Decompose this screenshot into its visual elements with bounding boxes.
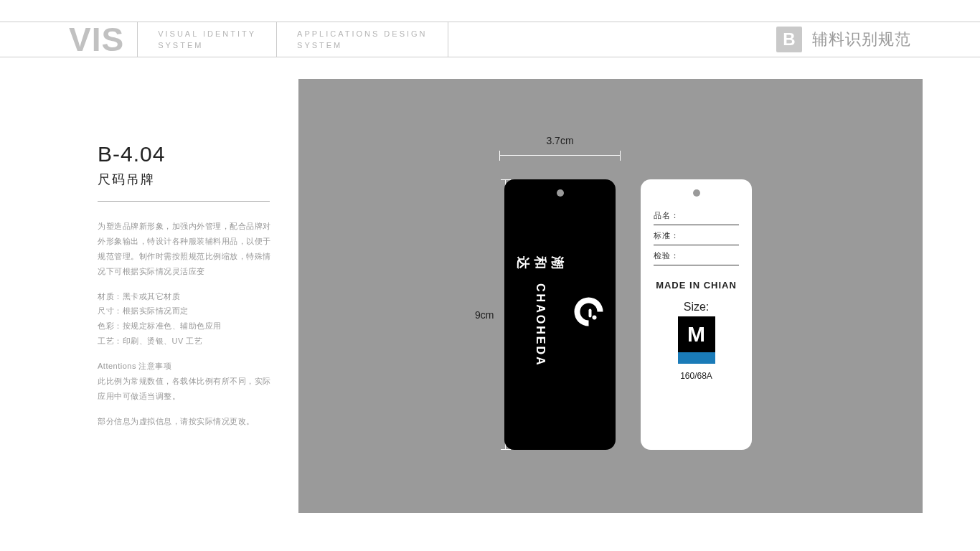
brand-logo-group: 潮和达 CHAOHEDA [514, 256, 606, 367]
size-box: M [678, 316, 715, 364]
dimension-width: 3.7cm [499, 135, 621, 161]
brand-name-en: CHAOHEDA [534, 283, 547, 367]
page-code: B-4.04 [98, 142, 277, 166]
brand-logo-icon [572, 294, 606, 329]
dimension-line [499, 151, 621, 161]
divider [98, 201, 270, 202]
tag-fields: 品名： 标准： 检验： [641, 197, 752, 265]
tag-hole [693, 189, 700, 197]
header-col-identity: VISUAL IDENTITY SYSTEM [138, 22, 277, 57]
size-spec: 160/68A [680, 371, 712, 381]
header-text: SYSTEM [297, 39, 428, 52]
field-standard: 标准： [654, 225, 739, 245]
header-col-applications: APPLICATIONS DESIGN SYSTEM [277, 22, 448, 57]
attention-body: 此比例为常规数值，各载体比例有所不同，实际应用中可做适当调整。 [98, 377, 271, 400]
vis-logo: VIS [0, 22, 138, 57]
header-right: B 辅料识别规范 [776, 22, 980, 57]
svg-point-0 [593, 315, 597, 319]
field-name: 品名： [654, 205, 739, 225]
spec-line: 尺寸：根据实际情况而定 [98, 306, 189, 315]
page-header: VIS VISUAL IDENTITY SYSTEM APPLICATIONS … [0, 22, 980, 57]
hangtag-back: 品名： 标准： 检验： MADE IN CHIAN Size: M 160/68… [641, 179, 752, 450]
spec-line: 材质：黑卡或其它材质 [98, 292, 180, 301]
size-value: M [678, 316, 715, 352]
tag-hole [557, 189, 564, 197]
dimension-width-label: 3.7cm [499, 135, 621, 146]
size-label: Size: [684, 301, 710, 314]
body-text: 为塑造品牌新形象，加强内外管理，配合品牌对外形象输出，特设计各种服装辅料用品，以… [98, 219, 277, 429]
design-canvas: 3.7cm 9cm 潮和达 CHAOHEDA [298, 79, 923, 513]
header-text: VISUAL IDENTITY [158, 28, 256, 40]
spec-line: 色彩：按规定标准色、辅助色应用 [98, 321, 222, 330]
hangtag-front: 潮和达 CHAOHEDA [504, 179, 616, 450]
main-row: B-4.04 尺码吊牌 为塑造品牌新形象，加强内外管理，配合品牌对外形象输出，特… [0, 57, 980, 513]
brand-logo-text: 潮和达 CHAOHEDA [514, 256, 566, 367]
header-text: SYSTEM [158, 39, 256, 52]
attention-block: Attentions 注意事项 此比例为常规数值，各载体比例有所不同，实际应用中… [98, 359, 277, 404]
section-title: 辅料识别规范 [812, 29, 911, 50]
svg-rect-1 [589, 309, 592, 317]
dimension-height-label: 9cm [475, 309, 494, 321]
made-in-label: MADE IN CHIAN [656, 280, 737, 291]
spec-line: 工艺：印刷、烫银、UV 工艺 [98, 336, 202, 345]
page-subtitle: 尺码吊牌 [98, 171, 277, 188]
attention-title: Attentions 注意事项 [98, 362, 171, 370]
brand-name-cn: 潮和达 [514, 256, 566, 280]
field-inspection: 检验： [654, 245, 739, 265]
section-badge: B [776, 27, 802, 52]
intro-paragraph: 为塑造品牌新形象，加强内外管理，配合品牌对外形象输出，特设计各种服装辅料用品，以… [98, 219, 277, 279]
note-paragraph: 部分信息为虚拟信息，请按实际情况更改。 [98, 414, 277, 429]
header-text: APPLICATIONS DESIGN [297, 28, 428, 40]
spec-block: 材质：黑卡或其它材质 尺寸：根据实际情况而定 色彩：按规定标准色、辅助色应用 工… [98, 289, 277, 349]
left-column: B-4.04 尺码吊牌 为塑造品牌新形象，加强内外管理，配合品牌对外形象输出，特… [0, 57, 298, 513]
size-box-accent [678, 352, 715, 364]
